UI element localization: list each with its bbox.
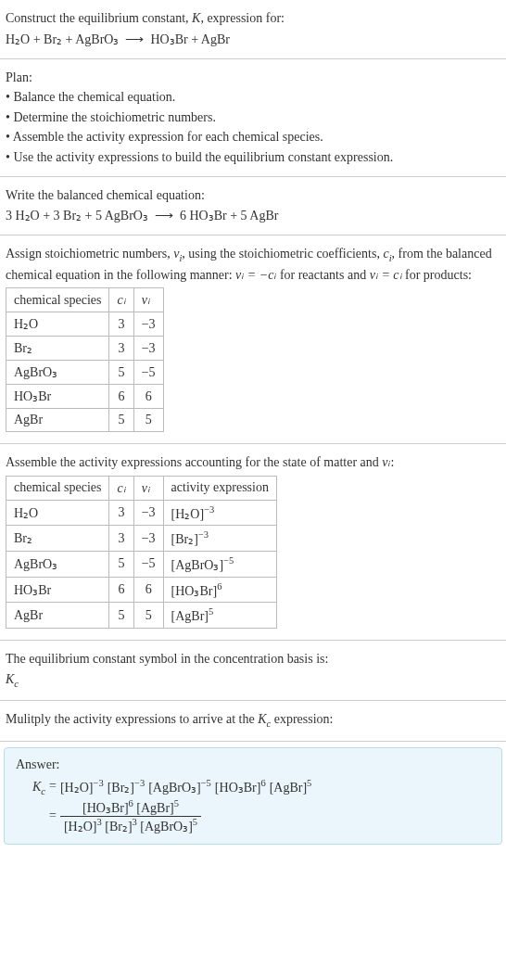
cell-species: AgBr bbox=[6, 603, 109, 629]
cell-activity: [H₂O]−3 bbox=[163, 500, 276, 526]
balanced-title: Write the balanced chemical equation: bbox=[6, 186, 500, 205]
activity-table: chemical species cᵢ νᵢ activity expressi… bbox=[6, 476, 277, 629]
table-row: H₂O3−3 bbox=[6, 312, 164, 337]
cell-nu: −5 bbox=[133, 361, 163, 385]
text: for reactants and bbox=[276, 268, 369, 282]
stoich-table: chemical species cᵢ νᵢ H₂O3−3 Br₂3−3 AgB… bbox=[6, 287, 164, 432]
multiply-line: Mulitply the activity expressions to arr… bbox=[6, 710, 500, 731]
intro-text-pre: Construct the equilibrium constant, bbox=[6, 11, 192, 25]
cell-c: 3 bbox=[109, 500, 133, 526]
balanced-equation: 3 H₂O + 3 Br₂ + 5 AgBrO₃ ⟶ 6 HO₃Br + 5 A… bbox=[6, 208, 500, 223]
text: Assign stoichiometric numbers, bbox=[6, 247, 173, 261]
base: [AgBrO₃] bbox=[171, 558, 224, 572]
text: : bbox=[391, 455, 395, 469]
cell-c: 5 bbox=[109, 603, 133, 629]
table-row: HO₃Br66[HO₃Br]6 bbox=[6, 577, 277, 603]
stoich-section: Assign stoichiometric numbers, νi, using… bbox=[0, 235, 506, 444]
term: [H₂O]−3 bbox=[60, 778, 104, 795]
cell-c: 5 bbox=[109, 552, 133, 578]
intro-text-post: , expression for: bbox=[200, 11, 285, 25]
activity-intro: Assemble the activity expressions accoun… bbox=[6, 453, 500, 472]
exp: −3 bbox=[93, 778, 103, 788]
stoich-intro: Assign stoichiometric numbers, νi, using… bbox=[6, 245, 500, 284]
base: [AgBr] bbox=[270, 780, 307, 794]
kc-symbol: Kc bbox=[6, 670, 500, 691]
relation: νᵢ = −cᵢ bbox=[235, 268, 276, 282]
eq-rhs: HO₃Br + AgBr bbox=[150, 32, 229, 46]
cell-c: 6 bbox=[109, 385, 133, 409]
cell-c: 5 bbox=[109, 361, 133, 385]
base: [HO₃Br] bbox=[82, 801, 129, 815]
kc-fraction-row: = [HO₃Br]6 [AgBr]5 [H₂O]3 [Br₂]3 [AgBrO₃… bbox=[49, 798, 311, 834]
base: [HO₃Br] bbox=[215, 780, 261, 794]
intro-section: Construct the equilibrium constant, K, e… bbox=[0, 0, 506, 59]
nui-label: νᵢ bbox=[142, 293, 150, 307]
text: expression: bbox=[271, 712, 333, 726]
fraction: [HO₃Br]6 [AgBr]5 [H₂O]3 [Br₂]3 [AgBrO₃]5 bbox=[60, 798, 201, 834]
table-row: Br₂3−3[Br₂]−3 bbox=[6, 526, 277, 552]
k-sub: c bbox=[41, 785, 45, 795]
exp: 6 bbox=[217, 581, 221, 592]
base: [H₂O] bbox=[171, 506, 205, 520]
cell-nu: 5 bbox=[133, 409, 163, 432]
intro-equation: H₂O + Br₂ + AgBrO₃ ⟶ HO₃Br + AgBr bbox=[6, 32, 500, 47]
cell-activity: [HO₃Br]6 bbox=[163, 577, 276, 603]
text: Assemble the activity expressions accoun… bbox=[6, 455, 382, 469]
exp: −5 bbox=[223, 555, 234, 566]
numerator: [HO₃Br]6 [AgBr]5 bbox=[60, 798, 201, 817]
cell-activity: [AgBrO₃]−5 bbox=[163, 552, 276, 578]
term: [AgBrO₃]5 bbox=[140, 820, 197, 834]
table-row: H₂O3−3[H₂O]−3 bbox=[6, 500, 277, 526]
text: Mulitply the activity expressions to arr… bbox=[6, 712, 258, 726]
term: [HO₃Br]6 bbox=[215, 778, 266, 795]
base: [H₂O] bbox=[60, 780, 94, 794]
kc-equals-block: = [H₂O]−3 [Br₂]−3 [AgBrO₃]−5 [HO₃Br]6 [A… bbox=[49, 778, 311, 834]
equals: = bbox=[49, 779, 57, 794]
cell-c: 6 bbox=[109, 577, 133, 603]
balanced-section: Write the balanced chemical equation: 3 … bbox=[0, 177, 506, 236]
nu-symbol: νᵢ bbox=[382, 455, 390, 469]
cell-activity: [Br₂]−3 bbox=[163, 526, 276, 552]
term: [H₂O]3 bbox=[64, 820, 102, 834]
exp: 6 bbox=[129, 798, 133, 808]
cell-nu: −3 bbox=[133, 500, 163, 526]
exp: −3 bbox=[198, 529, 209, 540]
cell-nu: −3 bbox=[133, 337, 163, 361]
cell-species: Br₂ bbox=[6, 337, 109, 361]
term: [AgBr]5 bbox=[136, 801, 179, 815]
table-row: AgBrO₃5−5 bbox=[6, 361, 164, 385]
plan-item: • Balance the chemical equation. bbox=[6, 88, 500, 107]
table-row: Br₂3−3 bbox=[6, 337, 164, 361]
exp: 5 bbox=[209, 606, 213, 617]
cell-nu: −3 bbox=[133, 526, 163, 552]
exp: 6 bbox=[260, 778, 265, 788]
base: [Br₂] bbox=[171, 532, 198, 546]
cell-nu: −5 bbox=[133, 552, 163, 578]
table-row: AgBrO₃5−5[AgBrO₃]−5 bbox=[6, 552, 277, 578]
term: [HO₃Br]6 bbox=[82, 801, 133, 815]
activity-section: Assemble the activity expressions accoun… bbox=[0, 444, 506, 641]
c-symbol: ci bbox=[383, 247, 391, 261]
term: [Br₂]−3 bbox=[108, 778, 145, 795]
base: [HO₃Br] bbox=[171, 583, 218, 597]
col-ci: cᵢ bbox=[109, 288, 133, 312]
kc-symbol-line: The equilibrium constant symbol in the c… bbox=[6, 650, 500, 668]
cell-species: AgBrO₃ bbox=[6, 361, 109, 385]
table-header-row: chemical species cᵢ νᵢ activity expressi… bbox=[6, 476, 277, 500]
cell-nu: −3 bbox=[133, 312, 163, 337]
cell-c: 3 bbox=[109, 312, 133, 337]
eq-lhs: H₂O + Br₂ + AgBrO₃ bbox=[6, 32, 119, 46]
intro-line: Construct the equilibrium constant, K, e… bbox=[6, 9, 500, 28]
k-base: K bbox=[258, 712, 266, 726]
cell-activity: [AgBr]5 bbox=[163, 603, 276, 629]
equals: = bbox=[49, 808, 57, 823]
ci-label: cᵢ bbox=[117, 293, 125, 307]
cell-species: HO₃Br bbox=[6, 385, 109, 409]
exp: −3 bbox=[204, 504, 214, 515]
cell-nu: 6 bbox=[133, 385, 163, 409]
cell-species: AgBr bbox=[6, 409, 109, 432]
exp: 3 bbox=[133, 817, 137, 827]
cell-species: AgBrO₃ bbox=[6, 552, 109, 578]
cell-nu: 5 bbox=[133, 603, 163, 629]
plan-title: Plan: bbox=[6, 69, 500, 87]
